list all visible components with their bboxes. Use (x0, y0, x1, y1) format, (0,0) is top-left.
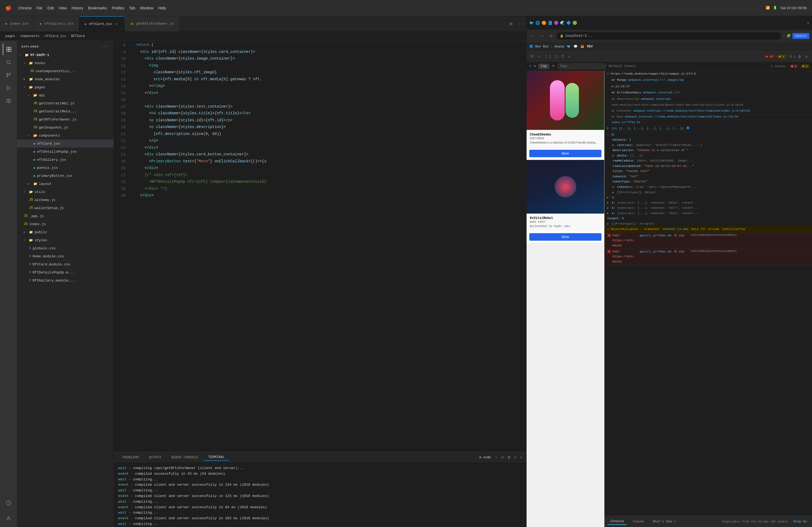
file-nftgallery[interactable]: ◈ nftGallery.jsx (17, 156, 114, 164)
terminal-tab-debug[interactable]: DEBUG CONSOLE (167, 454, 202, 461)
file-usecomponentvisi[interactable]: JS useComponentVisi... (17, 67, 114, 75)
menu-file[interactable]: File (37, 6, 43, 10)
tab-close-button[interactable]: ✕ (115, 22, 119, 26)
activity-run-debug[interactable] (3, 82, 14, 94)
nft-2-more-button[interactable]: More (529, 233, 601, 241)
file-nftdetailspopup[interactable]: ◈ nftDetailsPopUp.jsx (17, 148, 114, 156)
bookmark-twitter[interactable]: 🐦 (567, 45, 571, 48)
devtools-performance-icon[interactable]: ⏱ (560, 55, 566, 59)
extensions-icon[interactable]: 🧩 (786, 34, 791, 38)
breadcrumb-nftcard[interactable]: nftCard.jsx (45, 34, 66, 38)
tab-nftgallery-jsx[interactable]: ◈ nftGallery.jsx (34, 16, 79, 31)
devtools-close-icon[interactable]: ✕ (803, 54, 809, 59)
console-filter-input[interactable] (558, 63, 606, 69)
activity-extensions[interactable] (3, 95, 14, 107)
file-nftgallery-module-css[interactable]: # NftGallery.module.... (17, 276, 114, 284)
file-nftcard[interactable]: ◈ nftCard.jsx (17, 139, 114, 148)
file-nftdetails-module-css[interactable]: # NftDetailsPopUp.m... (17, 268, 114, 276)
terminal-split-button[interactable]: ⊟ (502, 455, 504, 460)
terminal-add-button[interactable]: ＋ (495, 455, 498, 460)
file-app[interactable]: JS _app.js (17, 212, 114, 220)
url-bar[interactable]: 🔒 localhost:3... (557, 32, 781, 40)
menu-edit[interactable]: Edit (47, 6, 54, 10)
file-getcontractabi[interactable]: JS getContractAbi.js (17, 99, 114, 107)
file-getnftsforowner[interactable]: JS getNftsForOwner.js (17, 115, 114, 123)
folder-public[interactable]: ▶ 📁 public (17, 228, 114, 236)
breadcrumb-nftcard-component[interactable]: NFTCard (71, 34, 85, 38)
folder-layout[interactable]: ▶ 📁 layout (17, 180, 114, 188)
terminal-tab-problems[interactable]: PROBLEMS (118, 454, 143, 461)
split-editor-icon[interactable]: ⊟ (507, 21, 516, 27)
project-root[interactable]: ▾ 📁 MY-DAPP-1 (17, 51, 114, 59)
folder-styles[interactable]: ▾ 📂 styles (17, 236, 114, 244)
terminal-trash-button[interactable]: 🗑 (508, 455, 511, 460)
terminal-minimize-button[interactable]: ∧ (514, 455, 516, 460)
tab-more-button[interactable]: ··· (516, 22, 526, 26)
bookmark-discord[interactable]: 💬 (574, 45, 578, 48)
back-button[interactable]: ← (529, 32, 537, 40)
devtools-elements-icon[interactable]: ☰ (529, 55, 535, 59)
update-button[interactable]: Update (793, 33, 809, 39)
tab-getnftsforowner-js[interactable]: JS getNftsForOwner.js (125, 16, 180, 31)
breadcrumb-pages[interactable]: pages (5, 34, 15, 38)
apple-menu-icon[interactable]: 🍎 (5, 5, 11, 11)
refresh-button[interactable]: ↻ (548, 32, 555, 40)
nft-1-more-button[interactable]: More (529, 150, 601, 157)
devtools-network-icon[interactable]: ⬡ (553, 55, 559, 59)
file-globals-css[interactable]: # globals.css (17, 244, 114, 252)
file-panels[interactable]: ◈ panels.jsx (17, 164, 114, 172)
file-nftcard-module-css[interactable]: # NftCard.module.css (17, 260, 114, 268)
activity-explorer[interactable] (3, 44, 14, 55)
menu-chrome[interactable]: Chrome (18, 6, 32, 10)
activity-account[interactable] (3, 512, 14, 524)
tab-nftcard-jsx[interactable]: ◈ nftCard.jsx ✕ (79, 16, 125, 31)
file-index[interactable]: JS index.js (17, 220, 114, 228)
step-by-link[interactable]: Step-by- (793, 520, 809, 524)
activity-search[interactable] (3, 56, 14, 68)
breadcrumb-components[interactable]: components (20, 34, 40, 38)
folder-hooks[interactable]: ▾ 📂 hooks (17, 59, 114, 67)
menu-tab[interactable]: Tab (129, 6, 135, 10)
bookmark-devrel[interactable]: 🔵 Dev Rel - Asana (529, 45, 564, 48)
explorer-actions[interactable]: ··· (101, 45, 109, 49)
file-primarybutton[interactable]: ◈ primaryButton.jsx (17, 172, 114, 180)
folder-arrow-hooks: ▾ (24, 61, 28, 65)
file-getsnapshot[interactable]: JS getSnapshot.js (17, 123, 114, 132)
menu-bookmarks[interactable]: Bookmarks (88, 6, 107, 10)
terminal-close-button[interactable]: ✕ (520, 455, 522, 460)
file-walletsetup[interactable]: JS walletSetup.js (17, 204, 114, 212)
console-clear-icon[interactable]: ⊘ (529, 64, 531, 68)
bookmark-mev[interactable]: MEV (587, 45, 593, 48)
folder-pages[interactable]: ▾ 📂 pages (17, 83, 114, 91)
bookmark-metamask[interactable]: 🦊 (580, 45, 584, 48)
menu-profiles[interactable]: Profiles (112, 6, 124, 10)
menu-window[interactable]: Window (140, 6, 153, 10)
console-eye-icon[interactable]: 👁 (552, 64, 555, 68)
bottom-tab-whatsnew[interactable]: What's New ✕ (650, 518, 679, 525)
activity-remote[interactable] (3, 497, 14, 509)
terminal-tab-output[interactable]: OUTPUT (144, 454, 166, 461)
bottom-tab-console[interactable]: Console (608, 518, 626, 525)
file-alchemy[interactable]: JS alchemy.js (17, 196, 114, 204)
devtools-console-icon[interactable]: >_ (536, 55, 543, 59)
devtools-sources-icon[interactable]: { } (543, 55, 553, 59)
forward-button[interactable]: → (538, 32, 546, 40)
file-getcontractmeta[interactable]: JS getContractMeta... (17, 107, 114, 115)
bottom-tab-issues[interactable]: Issues (630, 519, 647, 525)
folder-node-modules[interactable]: ▶ 📁 node_modules (17, 75, 114, 83)
menu-history[interactable]: History (72, 6, 84, 10)
menu-help[interactable]: Help (158, 6, 166, 10)
bookmark-star-icon[interactable]: ☆ (783, 34, 785, 38)
folder-api[interactable]: ▾ 📂 api (17, 91, 114, 99)
activity-source-control[interactable] (3, 69, 14, 81)
menu-view[interactable]: View (59, 6, 67, 10)
terminal-tab-terminal[interactable]: TERMINAL (204, 454, 229, 461)
chrome-close-btn[interactable]: ✕ (807, 21, 809, 25)
folder-components[interactable]: ▾ 📂 components (17, 132, 114, 139)
devtools-settings-icon[interactable]: ⚙ (796, 54, 803, 59)
tab-index-jsx[interactable]: ◈ index.jsx (0, 16, 34, 31)
devtools-more-tools-icon[interactable]: » (567, 55, 572, 59)
expand-arr-icon[interactable]: ▶ (607, 126, 609, 131)
file-home-module-css[interactable]: # Home.module.css (17, 252, 114, 260)
folder-utils[interactable]: ▾ 📂 utils (17, 188, 114, 196)
